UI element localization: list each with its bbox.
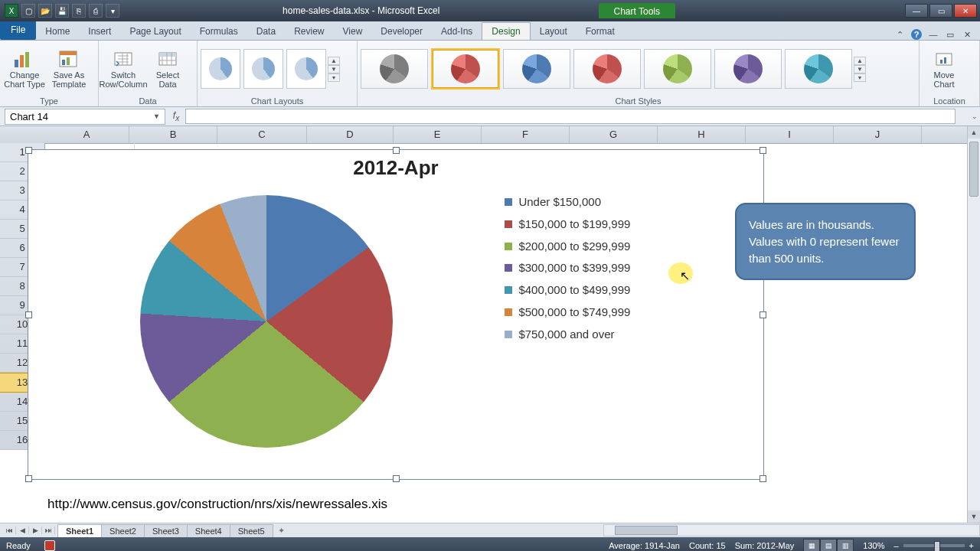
switch-row-column-button[interactable]: Switch Row/Column <box>102 44 145 93</box>
legend-item[interactable]: $500,000 to $749,999 <box>505 305 756 320</box>
save-all-icon[interactable]: ⎘ <box>72 4 86 18</box>
chart-layout-option[interactable] <box>286 49 326 89</box>
chart-style-option[interactable] <box>785 49 852 89</box>
legend-item[interactable]: Under $150,000 <box>505 195 756 210</box>
select-data-button[interactable]: Select Data <box>146 44 189 93</box>
view-break-icon[interactable]: ▥ <box>837 539 854 551</box>
doc-minimize-icon[interactable]: — <box>928 29 939 40</box>
column-header[interactable]: E <box>394 126 482 143</box>
column-header[interactable]: C <box>217 126 307 143</box>
tab-view[interactable]: View <box>334 23 372 40</box>
column-header[interactable]: J <box>834 126 922 143</box>
sheet-tab[interactable]: Sheet5 <box>230 524 273 537</box>
chart-object[interactable]: 2012-Apr Under $150,000$150,000 to $199,… <box>28 149 764 480</box>
tab-add-ins[interactable]: Add-Ins <box>432 23 482 40</box>
chart-styles-gallery[interactable] <box>361 48 852 90</box>
legend-item[interactable]: $150,000 to $199,999 <box>505 217 756 232</box>
ribbon-minimize-icon[interactable]: ⌃ <box>894 29 905 40</box>
gallery-scroll[interactable]: ▲▼▾ <box>328 57 340 82</box>
callout-shape[interactable]: Values are in thousands. Values with 0 r… <box>735 203 916 280</box>
zoom-slider[interactable]: – + <box>893 541 974 550</box>
legend-item[interactable]: $400,000 to $499,999 <box>505 283 756 298</box>
macro-record-icon[interactable] <box>44 540 55 551</box>
sheet-nav-last-icon[interactable]: ⏭ <box>42 527 55 534</box>
new-icon[interactable]: ▢ <box>21 4 35 18</box>
sheet-tab[interactable]: Sheet4 <box>187 524 230 537</box>
chart-style-option[interactable] <box>644 49 711 89</box>
move-chart-button[interactable]: Move Chart <box>923 44 965 93</box>
help-icon[interactable]: ? <box>911 29 922 40</box>
minimize-button[interactable]: — <box>905 4 928 18</box>
formula-input[interactable] <box>185 109 956 124</box>
view-layout-icon[interactable]: ▤ <box>820 539 837 551</box>
column-header[interactable]: G <box>570 126 658 143</box>
doc-restore-icon[interactable]: ▭ <box>945 29 956 40</box>
column-header[interactable]: A <box>44 126 129 143</box>
column-header[interactable]: D <box>307 126 394 143</box>
sheet-nav-prev-icon[interactable]: ◀ <box>16 527 29 534</box>
chart-style-option[interactable] <box>361 49 428 89</box>
cell-url[interactable]: http://www.census.gov/construction/nrs/x… <box>44 495 586 514</box>
file-tab[interactable]: File <box>0 21 36 40</box>
gallery-scroll-styles[interactable]: ▲▼▾ <box>854 57 866 82</box>
sheet-nav-first-icon[interactable]: ⏮ <box>3 527 16 534</box>
zoom-in-icon[interactable]: + <box>969 541 974 550</box>
tab-insert[interactable]: Insert <box>79 23 120 40</box>
chart-title[interactable]: 2012-Apr <box>28 150 763 180</box>
tab-home[interactable]: Home <box>36 23 79 40</box>
select-all-corner[interactable] <box>0 126 45 144</box>
zoom-out-icon[interactable]: – <box>893 541 898 550</box>
scroll-thumb[interactable] <box>969 142 978 197</box>
tab-design[interactable]: Design <box>482 22 530 40</box>
column-headers: ABCDEFGHIJ <box>44 126 968 144</box>
tab-formulas[interactable]: Formulas <box>191 23 247 40</box>
tab-format[interactable]: Format <box>577 23 624 40</box>
chart-layout-option[interactable] <box>201 49 240 89</box>
chart-style-option[interactable] <box>503 49 570 89</box>
open-icon[interactable]: 📂 <box>38 4 52 18</box>
sheet-tab[interactable]: Sheet1 <box>57 524 102 537</box>
tab-page-layout[interactable]: Page Layout <box>120 23 190 40</box>
sheet-nav-next-icon[interactable]: ▶ <box>29 527 42 534</box>
close-button[interactable]: ✕ <box>954 4 977 18</box>
chart-style-option[interactable] <box>714 49 782 89</box>
maximize-button[interactable]: ▭ <box>929 4 952 18</box>
vertical-scrollbar[interactable]: ▲ ▼ <box>967 126 980 523</box>
fx-icon[interactable]: fx <box>167 110 185 122</box>
change-chart-type-button[interactable]: Change Chart Type <box>3 44 46 93</box>
column-header[interactable]: H <box>658 126 746 143</box>
chart-legend[interactable]: Under $150,000$150,000 to $199,999$200,0… <box>505 180 763 463</box>
tab-developer[interactable]: Developer <box>371 23 432 40</box>
chart-style-option[interactable] <box>431 48 500 90</box>
view-normal-icon[interactable]: ▦ <box>803 539 820 551</box>
print-icon[interactable]: ⎙ <box>89 4 103 18</box>
horizontal-scrollbar[interactable] <box>603 524 980 536</box>
column-header[interactable]: I <box>746 126 834 143</box>
zoom-level[interactable]: 130% <box>863 541 884 550</box>
namebox-dropdown-icon[interactable]: ▼ <box>153 112 160 120</box>
tab-data[interactable]: Data <box>247 23 285 40</box>
doc-close-icon[interactable]: ✕ <box>962 29 972 40</box>
sheet-tab[interactable]: Sheet3 <box>144 524 188 537</box>
legend-item[interactable]: $300,000 to $399,999 <box>505 261 756 276</box>
legend-item[interactable]: $750,000 and over <box>505 328 756 342</box>
column-header[interactable]: B <box>129 126 217 143</box>
scroll-up-icon[interactable]: ▲ <box>968 126 980 139</box>
column-header[interactable]: F <box>482 126 570 143</box>
new-sheet-button[interactable]: ✦ <box>273 526 290 536</box>
save-as-template-button[interactable]: Save As Template <box>47 44 90 93</box>
chart-layouts-gallery[interactable] <box>201 49 326 89</box>
pie-chart[interactable] <box>140 195 393 448</box>
formula-expand-icon[interactable]: ⌄ <box>969 112 980 120</box>
legend-item[interactable]: $200,000 to $299,999 <box>505 240 756 254</box>
name-box[interactable]: Chart 14 ▼ <box>5 109 165 125</box>
chart-style-option[interactable] <box>573 49 641 89</box>
tab-review[interactable]: Review <box>285 23 333 40</box>
excel-icon[interactable]: X <box>5 4 18 18</box>
chart-layout-option[interactable] <box>243 49 283 89</box>
save-icon[interactable]: 💾 <box>55 4 69 18</box>
tab-layout[interactable]: Layout <box>531 23 577 40</box>
sheet-tab[interactable]: Sheet2 <box>101 524 145 537</box>
scroll-down-icon[interactable]: ▼ <box>968 510 980 523</box>
qat-menu-icon[interactable]: ▾ <box>106 4 119 18</box>
